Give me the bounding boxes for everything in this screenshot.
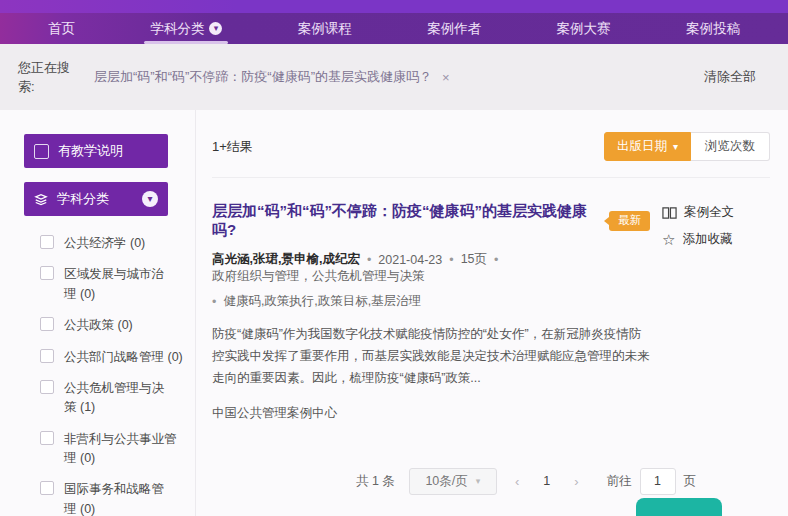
result-authors: 高光涵,张珺,景申榆,成纪宏	[212, 251, 360, 268]
teaching-notes-label: 有教学说明	[58, 142, 158, 160]
chevron-down-icon: ▾	[673, 141, 678, 152]
nav-label: 案例课程	[298, 20, 352, 38]
checkbox[interactable]	[40, 431, 54, 445]
page-size-select[interactable]: 10条/页 ▾	[409, 468, 497, 495]
result-item: 层层加“码”和“码”不停蹄：防疫“健康码”的基层实践健康吗? 最新 高光涵,张珺…	[212, 202, 770, 422]
separator-dot	[212, 295, 216, 309]
goto-label: 前往	[607, 473, 632, 490]
subject-filter-item[interactable]: 公共政策 (0)	[40, 310, 195, 341]
subject-filter-item[interactable]: 公共危机管理与决策 (1)	[40, 373, 195, 424]
book-icon	[662, 206, 677, 220]
subject-section-title: 学科分类	[57, 190, 133, 208]
chevron-down-icon: ▾	[209, 22, 222, 35]
pagination-total: 共 1 条	[356, 473, 395, 490]
result-keywords: 健康码,政策执行,政策目标,基层治理	[223, 293, 421, 310]
checkbox[interactable]	[40, 235, 54, 249]
top-strip	[0, 0, 788, 13]
result-categories: 政府组织与管理，公共危机管理与决策	[212, 268, 425, 285]
chevron-down-icon[interactable]: ▾	[142, 191, 158, 207]
nav-item-home[interactable]: 首页	[48, 13, 75, 44]
close-icon[interactable]: ×	[442, 70, 450, 85]
result-meta: 高光涵,张珺,景申榆,成纪宏 2021-04-23 15页 政府组织与管理，公共…	[212, 251, 650, 285]
subject-filter-list: 公共经济学 (0) 区域发展与城市治理 (0) 公共政策 (0) 公共部门战略管…	[40, 228, 195, 516]
nav-label: 案例大赛	[557, 20, 611, 38]
page-suffix-label: 页	[684, 473, 697, 490]
result-source: 中国公共管理案例中心	[212, 405, 650, 422]
nav-label: 学科分类	[150, 20, 204, 38]
result-actions: 案例全文 ☆ 添加收藏	[662, 202, 770, 422]
layers-icon	[34, 192, 48, 206]
sort-controls: 出版日期 ▾ 浏览次数	[604, 132, 770, 161]
search-term-tag: 层层加“码”和“码”不停蹄：防疫“健康码”的基层实践健康吗？ ×	[94, 68, 450, 86]
page-number[interactable]: 1	[537, 474, 556, 488]
teaching-notes-filter[interactable]: 有教学说明	[24, 134, 168, 168]
checkbox[interactable]	[40, 266, 54, 280]
clear-all-button[interactable]: 清除全部	[704, 68, 756, 86]
result-keywords-row: 健康码,政策执行,政策目标,基层治理	[212, 293, 650, 310]
separator-dot	[449, 253, 453, 267]
subject-filter-item[interactable]: 国际事务和战略管理 (0)	[40, 474, 195, 516]
subject-filter-item[interactable]: 区域发展与城市治理 (0)	[40, 259, 195, 310]
separator-dot	[367, 253, 371, 267]
nav-label: 案例作者	[427, 20, 481, 38]
chevron-down-icon: ▾	[476, 476, 481, 486]
search-status-bar: 您正在搜索: 层层加“码”和“码”不停蹄：防疫“健康码”的基层实践健康吗？ × …	[0, 44, 788, 110]
result-description: 防疫“健康码”作为我国数字化技术赋能疫情防控的“处女作”，在新冠肺炎疫情防控实践…	[212, 324, 650, 390]
search-term-text: 层层加“码”和“码”不停蹄：防疫“健康码”的基层实践健康吗？	[94, 68, 432, 86]
nav-item-subjects[interactable]: 学科分类 ▾	[150, 13, 222, 44]
results-panel: 1+结果 出版日期 ▾ 浏览次数 层层加“码”和“码”不停蹄：防疫“健康码”的基…	[196, 110, 788, 516]
results-header: 1+结果 出版日期 ▾ 浏览次数	[212, 132, 770, 161]
goto-page: 前往 页	[607, 468, 697, 495]
star-icon: ☆	[662, 232, 675, 247]
nav-item-authors[interactable]: 案例作者	[427, 13, 481, 44]
main-nav: 首页 学科分类 ▾ 案例课程 案例作者 案例大赛 案例投稿	[0, 13, 788, 44]
checkbox[interactable]	[40, 481, 54, 495]
subject-filter-item[interactable]: 非营利与公共事业管理 (0)	[40, 424, 195, 475]
app-window: 首页 学科分类 ▾ 案例课程 案例作者 案例大赛 案例投稿 您正在搜索: 层层加…	[0, 0, 788, 516]
checkbox[interactable]	[34, 144, 49, 159]
separator-dot	[494, 253, 498, 267]
favorite-button[interactable]: ☆ 添加收藏	[662, 231, 770, 248]
result-date: 2021-04-23	[378, 253, 442, 267]
nav-item-courses[interactable]: 案例课程	[298, 13, 352, 44]
goto-page-input[interactable]	[640, 468, 676, 495]
prev-page-button[interactable]: ‹	[511, 474, 523, 489]
nav-item-contest[interactable]: 案例大赛	[557, 13, 611, 44]
subject-filter-item[interactable]: 公共部门战略管理 (0)	[40, 342, 195, 373]
floating-action-button[interactable]	[636, 498, 722, 516]
result-title-link[interactable]: 层层加“码”和“码”不停蹄：防疫“健康码”的基层实践健康吗?	[212, 202, 597, 240]
sort-by-date-button[interactable]: 出版日期 ▾	[604, 132, 691, 161]
result-pages: 15页	[461, 251, 487, 268]
checkbox[interactable]	[40, 317, 54, 331]
checkbox[interactable]	[40, 349, 54, 363]
results-count: 1+结果	[212, 138, 253, 156]
divider	[212, 177, 770, 178]
nav-label: 首页	[48, 20, 75, 38]
new-badge: 最新	[609, 211, 650, 231]
subject-section-header[interactable]: 学科分类 ▾	[24, 182, 168, 216]
search-status-label: 您正在搜索:	[18, 58, 76, 97]
content-area: 有教学说明 学科分类 ▾ 公共经济学 (0) 区域发展与城市治理 (0)	[0, 110, 788, 516]
pagination: 共 1 条 10条/页 ▾ ‹ 1 › 前往 页	[282, 468, 770, 495]
nav-label: 案例投稿	[686, 20, 740, 38]
nav-item-submit[interactable]: 案例投稿	[686, 13, 740, 44]
checkbox[interactable]	[40, 380, 54, 394]
fulltext-button[interactable]: 案例全文	[662, 204, 770, 221]
filter-sidebar: 有教学说明 学科分类 ▾ 公共经济学 (0) 区域发展与城市治理 (0)	[0, 110, 196, 516]
subject-filter-item[interactable]: 公共经济学 (0)	[40, 228, 195, 259]
next-page-button[interactable]: ›	[570, 474, 582, 489]
sort-by-views-button[interactable]: 浏览次数	[691, 132, 770, 161]
